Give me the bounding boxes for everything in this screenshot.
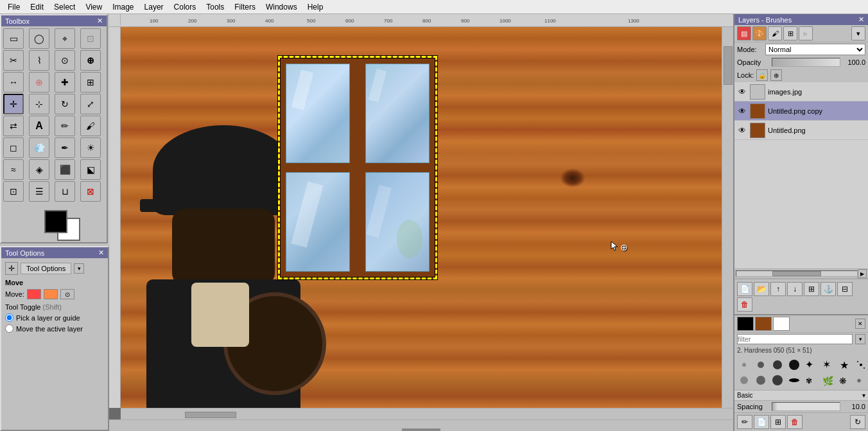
tool-convolve[interactable]: ◈	[29, 159, 49, 180]
merge-layers-btn[interactable]: ⊟	[837, 282, 853, 296]
brush-item-13[interactable]: ✾	[804, 373, 818, 387]
brush-delete-btn[interactable]: 🗑	[787, 415, 803, 429]
brushes-panel-close[interactable]: ✕	[855, 319, 865, 329]
menu-layer[interactable]: Layer	[139, 1, 169, 13]
brush-item-3[interactable]	[770, 358, 785, 372]
tool-zoom[interactable]: ⊕	[80, 50, 101, 71]
tab-brush-icon[interactable]: 🖌	[768, 26, 782, 40]
move-btn3[interactable]: ⊙	[60, 289, 74, 299]
radio-pick-layer[interactable]: Pick a layer or guide	[5, 313, 104, 322]
brush-item-star[interactable]: ★	[837, 358, 851, 372]
tool-bucket[interactable]: ⬛	[55, 159, 75, 180]
tool-scale[interactable]: ⤢	[80, 94, 101, 114]
layers-scroll-thumb[interactable]	[772, 271, 820, 276]
tool-flip[interactable]: ⇄	[3, 116, 24, 136]
tool-rect-select[interactable]: ▭	[3, 28, 24, 49]
layer-item-untitled[interactable]: 👁 Untitled.png	[734, 121, 868, 140]
brush-duplicate-btn[interactable]: ⊞	[770, 415, 786, 429]
tool-threshold[interactable]: ⊠	[80, 181, 101, 202]
tool-options-close-icon[interactable]: ✕	[98, 249, 104, 257]
brush-item-5[interactable]: ✦	[804, 358, 818, 372]
layer-visibility-images[interactable]: 👁	[737, 87, 747, 97]
radio-pick-input[interactable]	[5, 313, 13, 322]
brush-filter-input[interactable]	[737, 334, 853, 344]
menu-tools[interactable]: Tools	[201, 1, 229, 13]
brush-item-2[interactable]	[754, 358, 768, 372]
tool-ink[interactable]: ✒	[55, 137, 75, 158]
h-scroll-thumb[interactable]	[185, 412, 236, 418]
layer-visibility-untitled-copy[interactable]: 👁	[737, 106, 747, 116]
fg-color-swatch[interactable]	[44, 210, 67, 233]
menu-help[interactable]: Help	[302, 1, 329, 13]
tool-hue-sat[interactable]: ⊔	[55, 181, 75, 202]
menu-view[interactable]: View	[80, 1, 107, 13]
tool-eraser[interactable]: ◻	[3, 137, 24, 158]
tool-move[interactable]: ✛	[3, 94, 24, 114]
canvas-scroll[interactable]: ⊕	[109, 27, 733, 419]
brush-item-12[interactable]	[787, 373, 801, 387]
tool-scissors[interactable]: ✂	[3, 50, 24, 71]
menu-file[interactable]: File	[3, 1, 25, 13]
tool-ellipse-select[interactable]: ◯	[29, 28, 49, 49]
tool-pencil[interactable]: ✏	[55, 116, 75, 136]
layers-scroll-track[interactable]	[736, 270, 858, 277]
horizontal-scrollbar[interactable]	[121, 408, 733, 419]
tab-extra-icon[interactable]: ▹	[799, 26, 813, 40]
layers-panel-menu-icon[interactable]: ▾	[851, 26, 865, 40]
tool-options-menu-icon[interactable]: ▾	[74, 263, 84, 274]
brush-item-10[interactable]	[754, 373, 768, 387]
open-file-btn[interactable]: 📂	[754, 282, 769, 296]
menu-edit[interactable]: Edit	[25, 1, 49, 13]
brush-swatch-black[interactable]	[737, 317, 754, 331]
raise-layer-btn[interactable]: ↑	[770, 282, 786, 296]
brush-item-1[interactable]	[737, 358, 751, 372]
brush-item-4[interactable]	[787, 358, 801, 372]
menu-filters[interactable]: Filters	[229, 1, 261, 13]
brush-item-14[interactable]: 🌿	[820, 373, 835, 387]
brush-edit-btn[interactable]: ✏	[737, 415, 752, 429]
anchor-layer-btn[interactable]: ⚓	[820, 282, 836, 296]
tool-levels[interactable]: ☰	[29, 181, 49, 202]
tool-dodge-burn[interactable]: ☀	[80, 137, 101, 158]
vertical-scrollbar[interactable]	[722, 27, 733, 408]
layers-scrollbar[interactable]: ▶	[734, 268, 868, 279]
tool-rotate[interactable]: ↻	[55, 94, 75, 114]
brush-item-15[interactable]: ❋	[837, 373, 851, 387]
brush-swatch-white[interactable]	[773, 317, 790, 331]
tab-pattern-icon[interactable]: ⊞	[783, 26, 797, 40]
menu-select[interactable]: Select	[49, 1, 80, 13]
delete-layer-btn[interactable]: 🗑	[737, 297, 752, 312]
tool-smudge[interactable]: ≈	[3, 159, 24, 180]
lower-layer-btn[interactable]: ↓	[787, 282, 803, 296]
layers-scroll-right[interactable]: ▶	[858, 269, 867, 278]
layer-item-untitled-copy[interactable]: 👁 Untitled.png copy	[734, 101, 868, 121]
tool-text[interactable]: A	[29, 116, 49, 136]
toolbox-close-icon[interactable]: ✕	[97, 17, 103, 25]
tool-clone[interactable]: ⊕	[29, 72, 49, 92]
layer-visibility-untitled[interactable]: 👁	[737, 125, 747, 136]
layers-close-icon[interactable]: ✕	[858, 15, 864, 24]
menu-image[interactable]: Image	[107, 1, 139, 13]
brush-item-11[interactable]	[770, 373, 785, 387]
brush-item-8[interactable]	[854, 358, 868, 372]
tool-align[interactable]: ⊹	[29, 94, 49, 114]
lock-alpha-icon[interactable]: 🔒	[756, 69, 768, 81]
lock-position-icon[interactable]: ⊕	[770, 69, 782, 81]
brush-item-16[interactable]: ⁕	[854, 373, 868, 387]
tab-layers-icon[interactable]: ▤	[737, 26, 751, 40]
tab-colors-icon[interactable]: 🎨	[752, 26, 767, 40]
brush-refresh-btn[interactable]: ↻	[850, 415, 865, 429]
mode-select[interactable]: Normal	[765, 44, 865, 55]
tool-measure[interactable]: ↔	[3, 72, 24, 92]
spacing-slider[interactable]	[772, 402, 840, 411]
tool-fuzzy-select[interactable]: ⊡	[80, 28, 101, 49]
radio-move-input[interactable]	[5, 324, 13, 333]
brush-swatch-brown[interactable]	[755, 317, 772, 331]
tool-paintbrush[interactable]: 🖌	[80, 116, 101, 136]
new-layer-btn[interactable]: 📄	[737, 282, 752, 296]
brush-new-btn[interactable]: 📄	[754, 415, 769, 429]
tool-airbrush[interactable]: 💨	[29, 137, 49, 158]
opacity-slider[interactable]	[772, 58, 840, 67]
tool-perspective[interactable]: ⊞	[80, 72, 101, 92]
brush-item-6[interactable]: ✶	[820, 358, 835, 372]
